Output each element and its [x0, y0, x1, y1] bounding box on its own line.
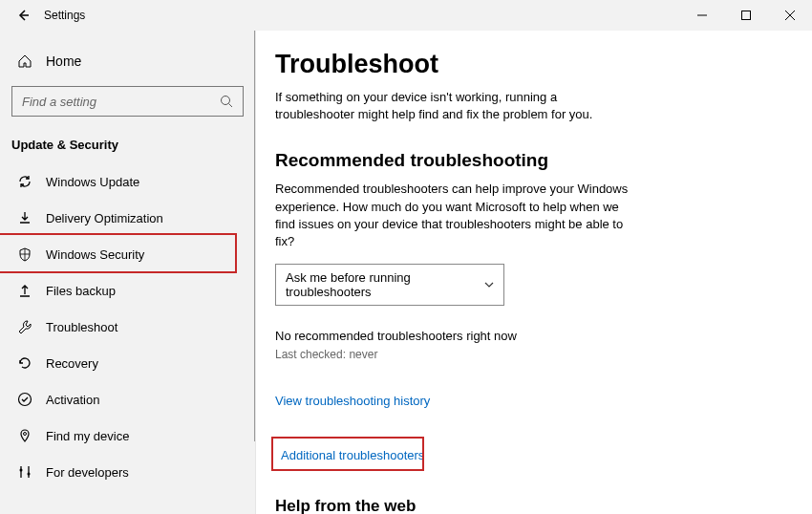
sidebar-item-label: Recovery [46, 356, 98, 371]
svg-point-13 [20, 469, 23, 472]
sync-icon [17, 174, 32, 189]
sidebar-item-label: Find my device [46, 429, 129, 443]
sidebar-item-label: Troubleshoot [46, 320, 118, 334]
sidebar-item-troubleshoot[interactable]: Troubleshoot [0, 309, 255, 345]
upload-icon [17, 283, 32, 298]
troubleshoot-preference-dropdown[interactable]: Ask me before running troubleshooters [275, 264, 504, 306]
svg-point-14 [28, 473, 31, 476]
recommended-description: Recommended troubleshooters can help imp… [275, 181, 638, 250]
history-link[interactable]: View troubleshooting history [275, 394, 430, 408]
check-circle-icon [17, 392, 32, 407]
maximize-button[interactable] [724, 0, 768, 31]
home-label: Home [46, 54, 81, 69]
recommended-heading: Recommended troubleshooting [275, 150, 783, 171]
back-button[interactable] [13, 6, 32, 25]
svg-rect-2 [742, 11, 751, 20]
sidebar-item-label: Activation [46, 393, 99, 407]
minimize-button[interactable] [680, 0, 724, 31]
status-text: No recommended troubleshooters right now [275, 329, 783, 343]
sidebar-item-for-developers[interactable]: For developers [0, 454, 255, 490]
sliders-icon [17, 464, 32, 480]
search-icon [220, 95, 233, 108]
close-icon [785, 11, 795, 20]
location-icon [17, 428, 32, 443]
window-title: Settings [44, 9, 85, 22]
help-heading: Help from the web [275, 497, 783, 514]
svg-point-9 [19, 394, 32, 406]
chevron-down-icon [484, 282, 494, 288]
recovery-icon [17, 355, 32, 371]
close-button[interactable] [768, 0, 812, 31]
home-icon [17, 54, 32, 69]
search-input[interactable] [22, 95, 220, 109]
svg-point-10 [24, 433, 27, 436]
sidebar-item-label: Windows Security [46, 247, 144, 262]
search-box[interactable] [11, 86, 244, 117]
page-description: If something on your device isn't workin… [275, 89, 629, 123]
shield-icon [17, 246, 32, 262]
arrow-left-icon [15, 8, 31, 23]
sidebar-item-label: For developers [46, 465, 129, 480]
sidebar-item-find-my-device[interactable]: Find my device [0, 418, 255, 454]
svg-line-6 [229, 104, 233, 108]
sidebar-item-windows-update[interactable]: Windows Update [0, 163, 255, 200]
svg-point-5 [222, 96, 230, 105]
category-header: Update & Security [0, 134, 255, 163]
dropdown-value: Ask me before running troubleshooters [286, 270, 484, 299]
page-title: Troubleshoot [275, 50, 783, 79]
sidebar-item-label: Windows Update [46, 175, 139, 189]
additional-troubleshooters-link[interactable]: Additional troubleshooters [281, 448, 424, 462]
sidebar-item-files-backup[interactable]: Files backup [0, 272, 255, 309]
download-icon [17, 210, 32, 225]
sidebar-item-recovery[interactable]: Recovery [0, 345, 255, 381]
sidebar-item-windows-security[interactable]: Windows Security [0, 236, 255, 272]
minimize-icon [697, 11, 707, 20]
sidebar-item-label: Files backup [46, 284, 116, 298]
sidebar-item-activation[interactable]: Activation [0, 381, 255, 418]
sidebar-item-delivery-optimization[interactable]: Delivery Optimization [0, 200, 255, 236]
maximize-icon [741, 11, 751, 20]
wrench-icon [17, 319, 32, 334]
home-button[interactable]: Home [0, 48, 255, 86]
sidebar-item-label: Delivery Optimization [46, 211, 163, 225]
last-checked-text: Last checked: never [275, 348, 783, 361]
